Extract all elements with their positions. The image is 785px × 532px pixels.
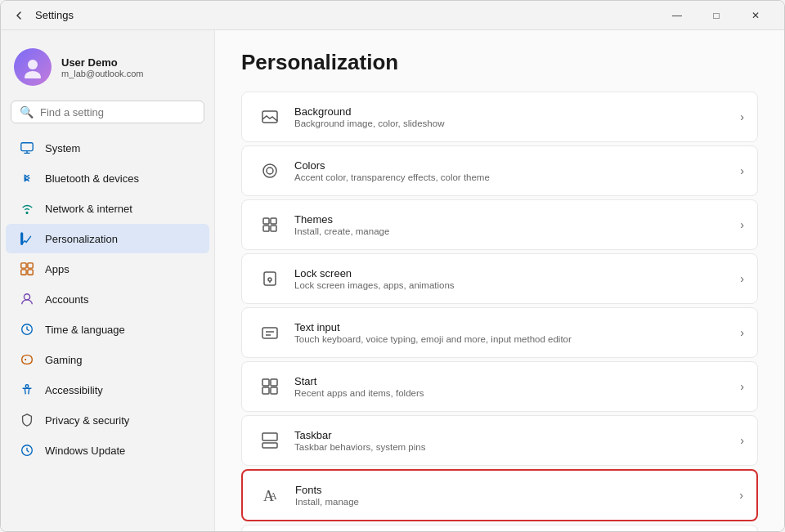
settings-item-themes[interactable]: Themes Install, create, manage › — [241, 199, 758, 250]
sidebar-item-label: Personalization — [45, 233, 118, 245]
svg-rect-21 — [262, 328, 277, 338]
item-subtitle-background: Background image, color, slideshow — [294, 118, 733, 128]
sidebar-item-label: Accessibility — [45, 384, 103, 396]
sidebar-item-label: Accounts — [45, 293, 88, 306]
user-info: User Demo m_lab@outlook.com — [61, 56, 143, 78]
settings-item-textinput[interactable]: Text input Touch keyboard, voice typing,… — [241, 307, 758, 358]
settings-item-lockscreen[interactable]: Lock screen Lock screen images, apps, an… — [241, 253, 758, 304]
svg-rect-26 — [262, 443, 277, 448]
sidebar-item-privacy[interactable]: Privacy & security — [6, 405, 209, 435]
titlebar: Settings — □ ✕ — [1, 1, 784, 30]
settings-item-colors[interactable]: Colors Accent color, transparency effect… — [241, 145, 758, 196]
fonts-icon: AA — [256, 481, 285, 510]
item-title-lockscreen: Lock screen — [294, 267, 733, 279]
personalization-icon — [19, 230, 35, 247]
item-subtitle-lockscreen: Lock screen images, apps, animations — [294, 280, 733, 290]
sidebar-item-label: System — [45, 142, 80, 154]
chevron-icon: › — [740, 164, 744, 177]
avatar — [14, 48, 52, 86]
svg-rect-6 — [21, 270, 26, 275]
chevron-icon: › — [740, 272, 744, 285]
chevron-icon: › — [740, 110, 744, 123]
sidebar-item-label: Gaming — [45, 354, 83, 366]
svg-rect-15 — [263, 218, 269, 224]
svg-rect-27 — [262, 433, 277, 440]
chevron-icon: › — [740, 380, 744, 393]
settings-item-deviceusage[interactable]: Device usage Select all the ways you pla… — [241, 525, 758, 531]
apps-icon — [19, 261, 35, 277]
maximize-button[interactable]: □ — [698, 2, 735, 29]
sidebar-item-time[interactable]: Time & language — [6, 315, 209, 344]
item-subtitle-taskbar: Taskbar behaviors, system pins — [294, 442, 733, 452]
item-title-taskbar: Taskbar — [294, 429, 733, 441]
chevron-icon: › — [739, 489, 743, 502]
sidebar-item-personalization[interactable]: Personalization — [6, 224, 209, 253]
settings-window: Settings — □ ✕ User Demo m_lab@outlook.c… — [0, 0, 785, 532]
minimize-button[interactable]: — — [658, 2, 696, 29]
svg-point-20 — [268, 278, 271, 281]
item-subtitle-textinput: Touch keyboard, voice typing, emoji and … — [294, 334, 733, 344]
settings-item-start[interactable]: Start Recent apps and items, folders › — [241, 361, 758, 412]
item-title-themes: Themes — [294, 213, 733, 226]
sidebar-item-label: Network & internet — [45, 203, 132, 215]
gaming-icon — [19, 351, 35, 368]
sidebar-item-network[interactable]: Network & internet — [6, 194, 209, 223]
colors-icon — [255, 156, 285, 186]
start-icon — [255, 372, 285, 401]
privacy-icon — [19, 412, 35, 428]
main-area: User Demo m_lab@outlook.com 🔍 System Blu… — [1, 30, 784, 531]
chevron-icon: › — [740, 218, 744, 231]
search-box[interactable]: 🔍 — [11, 101, 204, 123]
textinput-icon — [255, 318, 285, 347]
settings-item-background[interactable]: Background Background image, color, slid… — [241, 92, 758, 142]
svg-rect-25 — [271, 387, 277, 394]
page-title: Personalization — [241, 50, 758, 75]
accounts-icon — [19, 291, 35, 307]
search-input[interactable] — [40, 106, 195, 118]
close-button[interactable]: ✕ — [737, 2, 774, 29]
sidebar-item-update[interactable]: Windows Update — [6, 436, 209, 465]
themes-icon — [255, 210, 285, 239]
user-email: m_lab@outlook.com — [61, 69, 143, 78]
item-title-textinput: Text input — [294, 321, 733, 333]
chevron-icon: › — [740, 326, 744, 339]
nav-list: System Bluetooth & devices Network & int… — [1, 133, 214, 465]
sidebar-item-apps[interactable]: Apps — [6, 254, 209, 284]
background-icon — [255, 102, 285, 132]
svg-point-1 — [25, 71, 41, 78]
sidebar-item-bluetooth[interactable]: Bluetooth & devices — [6, 163, 209, 193]
svg-rect-19 — [264, 272, 276, 285]
search-icon: 🔍 — [20, 105, 34, 118]
bluetooth-icon — [19, 170, 35, 186]
svg-rect-4 — [21, 263, 26, 268]
chevron-icon: › — [740, 434, 744, 447]
window-controls: — □ ✕ — [658, 2, 774, 29]
item-title-start: Start — [294, 375, 733, 387]
svg-rect-2 — [21, 143, 33, 151]
user-profile[interactable]: User Demo m_lab@outlook.com — [1, 40, 214, 101]
settings-item-fonts[interactable]: AA Fonts Install, manage › — [241, 469, 758, 521]
svg-rect-18 — [271, 226, 276, 231]
settings-list: Background Background image, color, slid… — [241, 92, 758, 531]
item-title-colors: Colors — [294, 159, 733, 172]
titlebar-left: Settings — [11, 7, 74, 24]
sidebar-item-label: Time & language — [45, 324, 125, 336]
svg-rect-17 — [263, 226, 269, 231]
item-subtitle-colors: Accent color, transparency effects, colo… — [294, 172, 733, 182]
svg-rect-7 — [28, 270, 33, 275]
system-icon — [19, 140, 35, 156]
svg-point-14 — [267, 168, 273, 174]
sidebar-item-accounts[interactable]: Accounts — [6, 284, 209, 314]
svg-rect-23 — [271, 379, 277, 386]
sidebar-item-accessibility[interactable]: Accessibility — [6, 375, 209, 405]
svg-point-10 — [25, 385, 29, 388]
sidebar-item-label: Windows Update — [45, 445, 125, 457]
sidebar-item-label: Apps — [45, 263, 70, 275]
sidebar-item-gaming[interactable]: Gaming — [6, 345, 209, 374]
svg-rect-24 — [262, 387, 269, 394]
svg-rect-16 — [271, 218, 276, 224]
settings-item-taskbar[interactable]: Taskbar Taskbar behaviors, system pins › — [241, 415, 758, 466]
sidebar-item-system[interactable]: System — [6, 133, 209, 163]
time-icon — [19, 321, 35, 338]
back-button[interactable] — [11, 7, 27, 24]
